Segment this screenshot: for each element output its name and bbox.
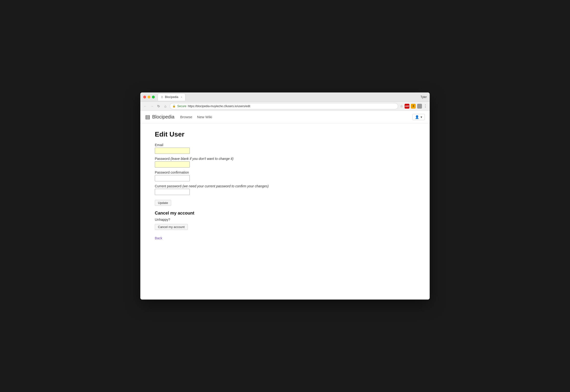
main-content: Edit User Email Password (leave blank if… — [140, 123, 430, 300]
current-password-form-group: Current password (we need your current p… — [155, 184, 415, 195]
dropdown-arrow-icon: ▾ — [420, 115, 422, 119]
close-button[interactable] — [143, 96, 146, 98]
minimize-button[interactable] — [148, 96, 150, 98]
browser-window: 🗋 Blocipedia × Tyler ← → ↻ ⌂ 🔒 Secure ht… — [140, 92, 430, 300]
nav-links: Browse New Wiki — [180, 115, 212, 119]
current-password-hint: (we need your current password to confir… — [182, 184, 269, 188]
address-bar: ← → ↻ ⌂ 🔒 Secure https://blocipedia-muyl… — [140, 102, 430, 111]
password-confirmation-label: Password confirmation — [155, 170, 415, 174]
password-label: Password (leave blank if you don't want … — [155, 157, 415, 161]
app-content: ▤ Blocipedia Browse New Wiki 👤 ▾ Edit Us… — [140, 111, 430, 300]
new-wiki-link[interactable]: New Wiki — [197, 115, 212, 119]
tab-close-icon[interactable]: × — [180, 96, 182, 98]
reload-button[interactable]: ↻ — [156, 104, 161, 109]
current-password-field[interactable] — [155, 189, 190, 195]
brand-title: Blocipedia — [152, 114, 174, 120]
password-form-group: Password (leave blank if you don't want … — [155, 157, 415, 168]
browser-menu-icon[interactable]: ⋮ — [423, 104, 427, 108]
forward-nav-button[interactable]: → — [150, 104, 154, 109]
unhappy-text: Unhappy? — [155, 218, 415, 222]
url-text: https://blocipedia-muyleche.c9users.io/u… — [188, 104, 395, 108]
password-field[interactable] — [155, 161, 190, 168]
title-bar: 🗋 Blocipedia × Tyler — [140, 92, 430, 102]
user-avatar-icon: 👤 — [415, 115, 419, 119]
password-confirmation-form-group: Password confirmation — [155, 170, 415, 181]
bookmark-icon[interactable]: ☆ — [400, 104, 403, 108]
tab-bar: 🗋 Blocipedia × — [158, 93, 420, 101]
page-title: Edit User — [155, 130, 415, 138]
extension-icon[interactable] — [417, 104, 422, 109]
user-dropdown[interactable]: 👤 ▾ — [412, 114, 425, 120]
google-extension[interactable]: 3 — [411, 104, 416, 109]
password-confirmation-field[interactable] — [155, 175, 190, 181]
maximize-button[interactable] — [152, 96, 155, 98]
browse-link[interactable]: Browse — [180, 115, 192, 119]
back-nav-button[interactable]: ← — [143, 104, 148, 109]
cancel-section-title: Cancel my account — [155, 211, 415, 216]
current-password-label: Current password (we need your current p… — [155, 184, 415, 188]
adblock-extension[interactable]: ABP — [405, 104, 409, 109]
address-input[interactable]: 🔒 Secure https://blocipedia-muyleche.c9u… — [170, 103, 398, 109]
cancel-account-button[interactable]: Cancel my account — [155, 224, 188, 230]
email-label: Email — [155, 143, 415, 147]
password-hint: (leave blank if you don't want to change… — [170, 157, 233, 161]
email-field[interactable] — [155, 148, 190, 154]
update-button[interactable]: Update — [155, 200, 171, 206]
home-button[interactable]: ⌂ — [163, 104, 168, 109]
brand-icon: ▤ — [145, 114, 150, 120]
cancel-section: Cancel my account Unhappy? Cancel my acc… — [155, 211, 415, 230]
secure-lock-icon: 🔒 — [172, 104, 176, 108]
navbar: ▤ Blocipedia Browse New Wiki 👤 ▾ — [140, 111, 430, 123]
active-tab[interactable]: 🗋 Blocipedia × — [158, 93, 185, 101]
tab-title: Blocipedia — [165, 95, 178, 99]
brand: ▤ Blocipedia — [145, 114, 174, 120]
secure-label: Secure — [177, 104, 186, 108]
nav-right: 👤 ▾ — [412, 114, 425, 120]
traffic-lights — [143, 96, 155, 98]
user-name: Tyler — [420, 95, 427, 99]
address-bar-right: ☆ ABP 3 ⋮ — [400, 104, 427, 109]
tab-page-icon: 🗋 — [161, 96, 164, 98]
back-link[interactable]: Back — [155, 236, 162, 240]
email-form-group: Email — [155, 143, 415, 154]
